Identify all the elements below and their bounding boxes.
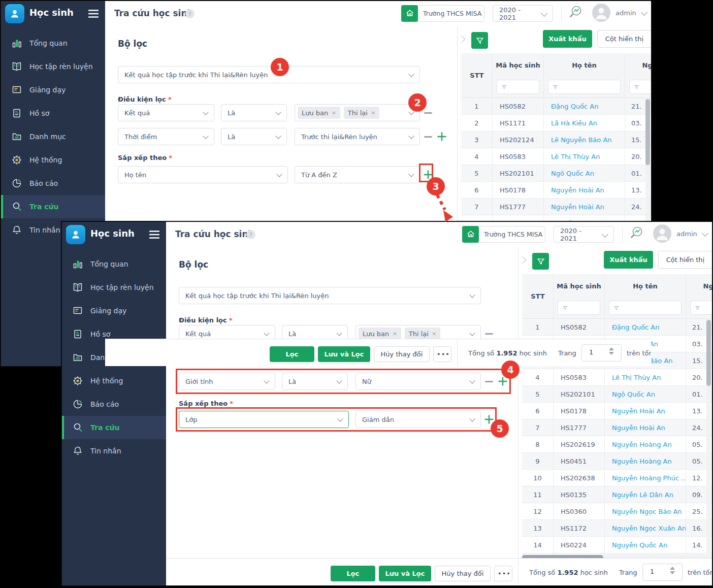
add-condition-button[interactable] bbox=[437, 132, 447, 142]
student-name-link[interactable]: Nguyễn Hoài An bbox=[544, 182, 625, 198]
user-menu-chevron-icon[interactable] bbox=[641, 9, 647, 16]
code-filter-input[interactable] bbox=[497, 80, 539, 94]
condition-field-select[interactable]: Giới tính bbox=[179, 373, 275, 390]
col-header-code[interactable]: Mã học sinh bbox=[493, 53, 544, 77]
sidebar-item-he-thong[interactable]: Hệ thống bbox=[62, 369, 166, 393]
stepper-arrows-icon[interactable] bbox=[609, 347, 614, 355]
condition-field-select[interactable]: Kết quả bbox=[118, 104, 214, 121]
student-name-link[interactable]: Lê Thị Thùy An bbox=[605, 369, 686, 385]
condition-operator-select[interactable]: Là bbox=[221, 128, 287, 145]
vertical-scrollbar[interactable] bbox=[706, 318, 711, 555]
more-actions-button[interactable]: ••• bbox=[494, 566, 512, 581]
condition-value-select[interactable]: Trước thi lại&Rèn luyện bbox=[295, 128, 420, 145]
student-name-link[interactable]: Đặng Quốc An bbox=[544, 98, 625, 114]
sidebar-item-giang-day[interactable]: Giảng dạy bbox=[1, 78, 105, 102]
student-name-link[interactable]: Nguyễn Ngọc Xuân An bbox=[605, 520, 686, 536]
cancel-changes-button[interactable]: Hủy thay đổi bbox=[374, 346, 430, 362]
student-name-link[interactable]: Lê Thị Thùy An bbox=[544, 148, 625, 165]
condition-field-select[interactable]: Thời điểm bbox=[118, 128, 214, 145]
filter-toggle-button[interactable] bbox=[471, 32, 488, 49]
quick-search-icon[interactable] bbox=[630, 225, 647, 242]
menu-toggle-icon[interactable] bbox=[149, 230, 160, 239]
sidebar-item-tong-quan[interactable]: Tổng quan bbox=[62, 252, 166, 276]
sidebar-item-ho-so[interactable]: Hồ sơ bbox=[1, 102, 105, 125]
filter-apply-button[interactable]: Lọc bbox=[270, 346, 314, 362]
help-icon[interactable]: ? bbox=[246, 230, 255, 239]
student-name-link[interactable]: Nguyễn Hoàng An bbox=[605, 453, 686, 469]
student-name-link[interactable]: Lê Nguyễn Bảo An bbox=[544, 132, 625, 148]
student-name-link[interactable]: Nguyễn Hoàng An bbox=[605, 436, 686, 452]
condition-operator-select[interactable]: Là bbox=[282, 373, 348, 390]
sort-field-select[interactable]: Lớp bbox=[179, 411, 349, 428]
stepper-arrows-icon[interactable] bbox=[670, 567, 675, 574]
remove-condition-button[interactable] bbox=[485, 381, 493, 382]
student-name-link[interactable]: Ngô Quốc An bbox=[544, 165, 625, 181]
sort-direction-select[interactable]: Giảm dần bbox=[355, 411, 481, 428]
col-header-code[interactable]: Mã học sinh bbox=[554, 274, 605, 298]
page-number-stepper[interactable]: 1 bbox=[581, 344, 622, 362]
avatar[interactable] bbox=[592, 4, 610, 22]
condition-operator-select[interactable]: Là bbox=[221, 104, 287, 121]
user-menu-chevron-icon[interactable] bbox=[702, 230, 708, 237]
col-header-dob[interactable]: Ngà bbox=[625, 53, 652, 77]
student-name-link[interactable]: Đặng Quốc An bbox=[605, 319, 686, 335]
sort-direction-select[interactable]: Từ A đến Z bbox=[295, 166, 420, 183]
student-name-link[interactable]: Nguyễn Ngọc Bảo An bbox=[605, 503, 686, 519]
cancel-changes-button[interactable]: Hủy thay đổi bbox=[435, 566, 491, 581]
school-year-select[interactable]: 2020 - 2021 bbox=[554, 226, 614, 243]
student-name-link[interactable]: Nguyễn Hoàng Phúc ... bbox=[605, 470, 686, 486]
remove-condition-button[interactable] bbox=[485, 333, 493, 335]
student-name-link[interactable]: Ngô Quốc An bbox=[605, 386, 686, 402]
sidebar-item-hoc-tap-ren-luyen[interactable]: Học tập rèn luyện bbox=[1, 55, 105, 78]
sidebar-item-hoc-tap-ren-luyen[interactable]: Học tập rèn luyện bbox=[62, 276, 166, 299]
name-filter-input[interactable] bbox=[609, 301, 682, 315]
sidebar-item-bao-cao[interactable]: Báo cáo bbox=[62, 393, 166, 416]
school-selector[interactable]: Trường THCS MISA bbox=[462, 226, 545, 243]
remove-tag-icon[interactable]: ✕ bbox=[393, 331, 397, 337]
student-name-link[interactable]: Nguyễn Lê Dân An bbox=[605, 486, 686, 503]
remove-condition-button[interactable] bbox=[424, 136, 432, 138]
remove-tag-icon[interactable]: ✕ bbox=[432, 331, 436, 337]
menu-toggle-icon[interactable] bbox=[88, 9, 99, 18]
remove-tag-icon[interactable]: ✕ bbox=[371, 110, 375, 116]
student-name-link[interactable]: Nguyễn Hoài An bbox=[605, 403, 686, 419]
remove-tag-icon[interactable]: ✕ bbox=[332, 110, 336, 116]
name-filter-input[interactable] bbox=[548, 80, 621, 94]
vertical-scrollbar-thumb[interactable] bbox=[706, 320, 711, 386]
vertical-scrollbar-thumb[interactable] bbox=[645, 99, 650, 165]
student-name-link[interactable]: Nguyễn Hoài An bbox=[544, 199, 625, 215]
sidebar-item-tin-nhan[interactable]: Tin nhắn bbox=[62, 439, 166, 463]
sidebar-item-tong-quan[interactable]: Tổng quan bbox=[1, 31, 105, 55]
sort-field-select[interactable]: Họ tên bbox=[118, 166, 288, 183]
save-and-filter-button[interactable]: Lưu và Lọc bbox=[318, 346, 370, 362]
sidebar-item-tra-cuu[interactable]: Tra cứu bbox=[62, 416, 166, 439]
filter-preset-select[interactable]: Kết quả học tập trước khi Thi lại&Rèn lu… bbox=[179, 287, 481, 304]
sidebar-item-bao-cao[interactable]: Báo cáo bbox=[1, 172, 105, 195]
avatar[interactable] bbox=[653, 224, 671, 243]
page-number-stepper[interactable]: 1 bbox=[642, 564, 683, 581]
school-year-select[interactable]: 2020 - 2021 bbox=[493, 5, 553, 22]
sidebar-item-he-thong[interactable]: Hệ thống bbox=[1, 148, 105, 172]
more-actions-button[interactable]: ••• bbox=[433, 346, 451, 362]
user-name[interactable]: admin bbox=[676, 230, 697, 238]
dob-filter-input[interactable] bbox=[690, 301, 713, 315]
export-button[interactable]: Xuất khẩu bbox=[604, 251, 653, 269]
export-button[interactable]: Xuất khẩu bbox=[543, 30, 592, 48]
dob-filter-input[interactable] bbox=[629, 80, 652, 94]
condition-value-multiselect[interactable]: Lưu ban✕ Thi lại✕ bbox=[295, 104, 420, 121]
filter-preset-select[interactable]: Kết quả học tập trước khi Thi lại&Rèn lu… bbox=[118, 66, 420, 83]
code-filter-input[interactable] bbox=[558, 301, 600, 315]
student-name-link[interactable]: Lã Hà Kiều An bbox=[544, 115, 625, 131]
remove-condition-button[interactable] bbox=[424, 112, 432, 114]
collapse-filter-icon[interactable] bbox=[519, 256, 526, 264]
quick-search-icon[interactable] bbox=[569, 4, 586, 21]
sidebar-item-danh-muc[interactable]: Danh mục bbox=[1, 125, 105, 148]
col-header-dob[interactable]: Ngà bbox=[686, 274, 713, 298]
sidebar-item-giang-day[interactable]: Giảng dạy bbox=[62, 299, 166, 322]
school-selector[interactable]: Trường THCS MISA bbox=[401, 5, 484, 22]
filter-toggle-button[interactable] bbox=[532, 253, 549, 270]
condition-value-select[interactable]: Nữ bbox=[355, 373, 481, 390]
student-name-link[interactable]: Nguyễn Quốc An bbox=[605, 537, 686, 553]
student-name-link[interactable]: Nguyễn Hoài An bbox=[605, 419, 686, 436]
sidebar-item-tra-cuu[interactable]: Tra cứu bbox=[1, 195, 105, 218]
